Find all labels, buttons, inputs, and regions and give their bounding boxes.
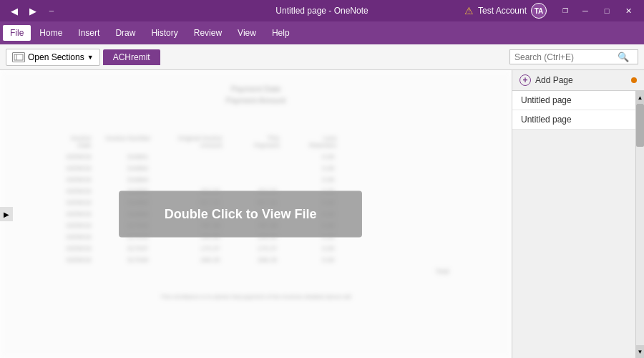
back-button[interactable]: ◀: [6, 2, 23, 19]
title-bar: ◀ ▶ ─ Untitled page - OneNote ⚠ Test Acc…: [0, 0, 644, 21]
content-wrapper: Payment Date Payment Amount InvoiceDate …: [0, 70, 644, 358]
open-sections-button[interactable]: Open Sections ▼: [6, 49, 100, 66]
scroll-arrow-left[interactable]: ▶: [0, 207, 13, 221]
forward-button[interactable]: ▶: [24, 2, 42, 19]
nav-buttons: ◀ ▶ ─: [6, 2, 60, 19]
search-box[interactable]: 🔍: [509, 49, 638, 64]
restore-down-button[interactable]: ❐: [557, 2, 574, 19]
table-total-row: Total: [49, 268, 464, 275]
title-bar-right: ⚠ Test Account TA ❐ ─ □ ✕: [464, 2, 638, 19]
col-original-invoice: Original InvoiceAmount: [165, 135, 223, 149]
pages-list: Untitled page Untitled page: [512, 91, 635, 358]
window-controls: ❐ ─ □ ✕: [557, 2, 638, 19]
toolbar: Open Sections ▼ ACHremit 🔍: [0, 44, 644, 70]
ribbon-draw[interactable]: Draw: [108, 25, 142, 41]
payment-date-header: Payment Date: [226, 84, 286, 93]
sections-icon: [12, 52, 25, 62]
account-name: Test Account: [478, 6, 527, 16]
close-button[interactable]: ✕: [618, 4, 638, 18]
open-sections-label: Open Sections: [28, 52, 84, 62]
account-area: ⚠ Test Account TA: [464, 3, 547, 19]
title-bar-left: ◀ ▶ ─: [6, 2, 60, 19]
page-content: Payment Date Payment Amount InvoiceDate …: [0, 70, 512, 358]
svg-rect-0: [14, 54, 23, 60]
scroll-down-button[interactable]: ▼: [636, 345, 645, 358]
maximize-button[interactable]: □: [597, 4, 617, 18]
col-retention: LessRetention: [294, 135, 337, 149]
add-page-row[interactable]: + Add Page: [512, 70, 644, 91]
table-row: 03/09/18 316862 0.00: [49, 165, 464, 172]
dropdown-arrow-icon: ▼: [87, 54, 94, 61]
ribbon-insert[interactable]: Insert: [71, 25, 107, 41]
page-item-2[interactable]: Untitled page: [512, 110, 635, 130]
col-payment: ThisPayment: [237, 135, 280, 149]
table-header-row: InvoiceDate Invoice Number Original Invo…: [49, 135, 464, 149]
ribbon-history[interactable]: History: [144, 25, 185, 41]
avatar[interactable]: TA: [531, 3, 547, 19]
minimize-button[interactable]: ─: [575, 4, 595, 18]
table-row: 03/09/18 316864 0.00: [49, 176, 464, 183]
right-scrollbar: ▲ ▼: [635, 91, 644, 358]
page-inner: Payment Date Payment Amount InvoiceDate …: [0, 70, 512, 358]
orange-dot-indicator: [631, 77, 637, 83]
add-page-label: Add Page: [535, 75, 573, 85]
ribbon-help[interactable]: Help: [265, 25, 297, 41]
col-invoice-number: Invoice Number: [106, 135, 151, 149]
payment-amount-header: Payment Amount: [226, 96, 286, 105]
minimize-quick-button[interactable]: ─: [43, 2, 60, 19]
ribbon: File Home Insert Draw History Review Vie…: [0, 21, 644, 44]
scroll-track-vertical[interactable]: [636, 104, 644, 345]
ribbon-view[interactable]: View: [230, 25, 263, 41]
ribbon-review[interactable]: Review: [187, 25, 229, 41]
active-section-tab[interactable]: ACHremit: [103, 49, 160, 65]
app-title: Untitled page - OneNote: [275, 6, 368, 16]
ribbon-file[interactable]: File: [3, 25, 31, 41]
search-icon[interactable]: 🔍: [618, 52, 629, 62]
scroll-up-button[interactable]: ▲: [636, 91, 645, 104]
total-label: Total: [406, 268, 449, 275]
add-page-icon: +: [519, 74, 531, 86]
page-item-1[interactable]: Untitled page: [512, 91, 635, 110]
table-row: 03/09/18 317040 268.25 268.25 0.00: [49, 256, 464, 263]
right-panel-inner: Untitled page Untitled page ▲ ▼: [512, 91, 644, 358]
search-input[interactable]: [514, 52, 615, 62]
col-invoice-date: InvoiceDate: [49, 135, 92, 149]
main-area: Payment Date Payment Amount InvoiceDate …: [0, 70, 644, 358]
scroll-thumb: [636, 104, 644, 147]
table-row: 03/09/18 316861 0.00: [49, 153, 464, 160]
right-panel: + Add Page Untitled page Untitled page ▲…: [512, 70, 644, 358]
footer-text: This remittance is to advise that paymen…: [160, 294, 351, 300]
ribbon-home[interactable]: Home: [32, 25, 69, 41]
table-row: 03/09/18 317037 170.37 170.37 0.00: [49, 245, 464, 252]
file-overlay[interactable]: Double Click to View File: [119, 191, 362, 238]
warning-icon: ⚠: [464, 5, 474, 16]
notebook-icon: [14, 54, 24, 61]
